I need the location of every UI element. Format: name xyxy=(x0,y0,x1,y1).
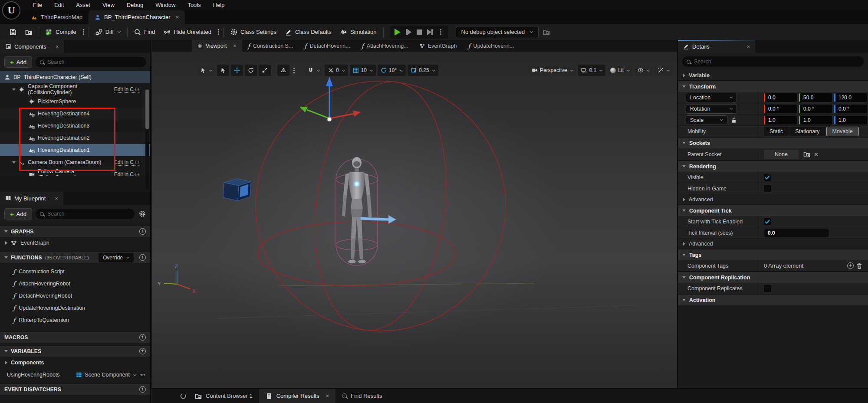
add-macro-icon[interactable]: + xyxy=(139,334,146,341)
details-search-input[interactable] xyxy=(694,59,859,65)
simulation-button[interactable]: Simulation xyxy=(336,26,381,39)
rotate-tool-button[interactable] xyxy=(245,65,257,76)
location-y-field[interactable]: 50.0 xyxy=(799,93,832,102)
edit-in-cpp-link[interactable]: Edit in C++ xyxy=(114,86,140,93)
close-icon[interactable]: × xyxy=(233,43,236,49)
stop-icon[interactable] xyxy=(417,29,422,35)
menu-tools[interactable]: Tools xyxy=(181,0,207,10)
my-blueprint-search-input[interactable] xyxy=(47,211,130,217)
snap-dropdown[interactable] xyxy=(305,65,323,76)
rendering-section-header[interactable]: Rendering xyxy=(678,161,868,172)
select-mode-dropdown[interactable] xyxy=(197,65,215,76)
add-component-button[interactable]: + Add xyxy=(4,56,32,68)
start-tick-checkbox[interactable] xyxy=(764,218,771,225)
drawer-icon[interactable] xyxy=(180,393,187,400)
rotation-y-field[interactable]: 0.0 ° xyxy=(799,105,832,113)
tree-row-hovering-destination2[interactable]: HoveringDestination2 xyxy=(0,132,150,144)
scrollbar-thumb[interactable] xyxy=(145,89,149,129)
eject-icon[interactable] xyxy=(427,29,433,35)
tab-update-hovering[interactable]: ƒ UpdateHoverin... xyxy=(462,40,519,52)
compile-options-kebab-icon[interactable] xyxy=(83,31,84,33)
menu-asset[interactable]: Asset xyxy=(70,0,96,10)
tab-event-graph[interactable]: EventGraph xyxy=(414,40,463,52)
macros-section-header[interactable]: MACROS + xyxy=(0,331,150,343)
menu-window[interactable]: Window xyxy=(149,0,181,10)
find-results-button[interactable]: Find Results xyxy=(335,389,388,403)
rendering-advanced-row[interactable]: Advanced xyxy=(678,194,868,205)
grid-snap-button[interactable]: 10 xyxy=(350,65,376,76)
eye-closed-icon[interactable] xyxy=(140,372,146,378)
menu-edit[interactable]: Edit xyxy=(48,0,70,10)
tree-row-pick-item-sphere[interactable]: PickItemSphere xyxy=(0,95,150,108)
debug-browse-button[interactable] xyxy=(539,26,554,39)
parent-socket-value-button[interactable]: None xyxy=(764,150,799,159)
tree-row-self[interactable]: BP_ThirdPersonCharacter (Self) xyxy=(0,71,150,83)
tab-bp-third-person-character[interactable]: BP_ThirdPersonCharacter × xyxy=(89,10,185,24)
play-icon[interactable] xyxy=(395,29,401,36)
hovering-robot-box[interactable] xyxy=(223,179,251,201)
expander-icon[interactable] xyxy=(12,88,16,91)
add-variable-icon[interactable]: + xyxy=(139,348,146,354)
hide-unrelated-kebab-icon[interactable] xyxy=(218,31,219,33)
transform-section-header[interactable]: Transform xyxy=(678,81,868,92)
tags-section-header[interactable]: Tags xyxy=(678,249,868,260)
rotation-x-field[interactable]: 0.0 ° xyxy=(764,105,797,113)
component-replicates-checkbox[interactable] xyxy=(764,285,771,292)
mobility-static-button[interactable]: Static xyxy=(764,127,789,136)
viewport-kebab-icon[interactable] xyxy=(293,70,295,71)
compile-button[interactable]: Compile xyxy=(41,26,81,39)
close-icon[interactable]: × xyxy=(56,43,59,50)
add-blueprint-item-button[interactable]: + Add xyxy=(4,208,32,220)
expander-icon[interactable] xyxy=(12,161,16,164)
location-dropdown[interactable]: Location xyxy=(686,93,737,102)
event-graph-item[interactable]: EventGraph xyxy=(0,237,150,249)
function-item-update-hovering-destination[interactable]: ƒ UpdateHoveringDestination xyxy=(0,302,150,314)
close-icon[interactable]: × xyxy=(176,14,179,20)
rotation-dropdown[interactable]: Rotation xyxy=(686,104,737,114)
function-item-construction-script[interactable]: ƒ Construction Script xyxy=(0,265,150,278)
tree-row-camera-boom[interactable]: Camera Boom (CameraBoom) Edit in C++ xyxy=(0,156,150,168)
hide-unrelated-button[interactable]: Hide Unrelated xyxy=(159,26,216,39)
event-dispatchers-section-header[interactable]: EVENT DISPATCHERS + xyxy=(0,383,150,395)
tick-interval-field[interactable]: 0.0 xyxy=(764,229,829,237)
rotation-snap-button[interactable]: 10° xyxy=(378,65,406,76)
play-options-kebab-icon[interactable] xyxy=(440,31,441,33)
lit-mode-dropdown[interactable]: Lit xyxy=(607,65,633,76)
function-item-rinterp-to-quaternion[interactable]: ƒ RInterpToQuaternion xyxy=(0,314,150,326)
tree-row-hovering-destination1-selected[interactable]: HoveringDestination1 xyxy=(0,144,150,156)
function-item-detach-hovering-robot[interactable]: ƒ DetachHoveringRobot xyxy=(0,290,150,302)
activation-section-header[interactable]: Activation xyxy=(678,294,868,305)
tab-construction-script[interactable]: ƒ Construction S... xyxy=(242,40,299,52)
class-defaults-button[interactable]: Class Defaults xyxy=(281,26,336,39)
surface-snap-button[interactable]: 0 xyxy=(325,65,348,76)
diff-button[interactable]: Diff xyxy=(91,26,125,39)
hidden-in-game-checkbox[interactable] xyxy=(764,185,771,192)
scale-x-field[interactable]: 1.0 xyxy=(764,116,797,125)
override-dropdown[interactable]: Override xyxy=(99,253,134,262)
socket-browse-icon[interactable] xyxy=(803,151,810,158)
viewport-scene[interactable]: Z Y X xyxy=(152,52,677,388)
components-scrollbar[interactable] xyxy=(145,88,149,189)
find-button[interactable]: Find xyxy=(130,26,159,39)
visible-checkbox[interactable] xyxy=(764,174,771,181)
mobility-movable-button[interactable]: Movable xyxy=(826,127,859,136)
functions-section-header[interactable]: FUNCTIONS (35 OVERRIDABLE) Override + xyxy=(0,252,150,263)
tab-third-person-map[interactable]: ThirdPersonMap xyxy=(25,10,89,24)
graphs-section-header[interactable]: GRAPHS + xyxy=(0,226,150,237)
tab-details[interactable]: Details × xyxy=(678,40,755,53)
browse-asset-button[interactable] xyxy=(21,26,36,39)
add-event-dispatcher-icon[interactable]: + xyxy=(139,386,146,393)
socket-clear-icon[interactable]: × xyxy=(814,151,818,158)
unreal-logo[interactable]: U xyxy=(2,1,20,20)
tree-row-hovering-destination3[interactable]: HoveringDestination3 xyxy=(0,120,150,132)
expander-icon[interactable] xyxy=(5,241,7,245)
frame-skip-icon[interactable] xyxy=(406,29,411,35)
menu-view[interactable]: View xyxy=(96,0,121,10)
trash-icon[interactable] xyxy=(856,262,863,269)
mobility-stationary-button[interactable]: Stationary xyxy=(789,127,825,136)
close-icon[interactable]: × xyxy=(55,195,58,202)
content-browser-button[interactable]: Content Browser 1 xyxy=(188,389,259,403)
add-graph-icon[interactable]: + xyxy=(139,228,146,235)
menu-help[interactable]: Help xyxy=(207,0,231,10)
view-mode-options-dropdown[interactable] xyxy=(654,65,673,76)
